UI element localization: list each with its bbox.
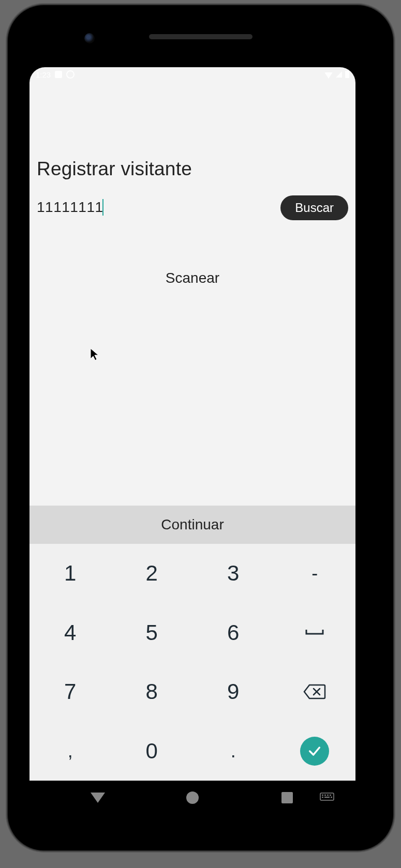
key-6[interactable]: 6 [192,603,274,663]
search-button[interactable]: Buscar [280,195,348,220]
phone-camera [84,33,95,43]
home-circle-icon [186,791,199,804]
numeric-keyboard: 1 2 3 - 4 5 6 7 8 9 , 0 . [29,544,355,781]
sync-icon [66,70,75,79]
key-0[interactable]: 0 [111,722,193,781]
app-content: Registrar visitante 11111111 Buscar Scan… [29,158,355,286]
key-4[interactable]: 4 [29,603,111,663]
key-dash[interactable]: - [274,544,356,603]
key-1[interactable]: 1 [29,544,111,603]
key-space[interactable] [274,603,356,663]
nav-home-button[interactable] [177,782,208,813]
space-icon [304,628,325,638]
svg-rect-6 [324,797,330,798]
scan-button[interactable]: Scanear [37,270,348,286]
key-7[interactable]: 7 [29,662,111,722]
key-2[interactable]: 2 [111,544,193,603]
check-icon [307,744,322,758]
status-right [324,71,349,78]
key-enter[interactable] [274,722,356,781]
svg-rect-3 [327,795,329,796]
backspace-icon [303,683,326,701]
status-time: 1:23 [36,70,51,79]
nav-ime-button[interactable] [311,782,343,813]
visitor-id-input[interactable]: 11111111 [37,199,192,217]
key-8[interactable]: 8 [111,662,193,722]
enter-circle [300,737,329,766]
back-triangle-icon [91,793,105,803]
svg-rect-1 [322,795,323,796]
svg-rect-7 [331,797,332,798]
key-5[interactable]: 5 [111,603,193,663]
android-navbar [29,781,355,815]
key-dot[interactable]: . [192,722,274,781]
phone-speaker [149,34,253,39]
svg-rect-2 [324,795,326,796]
status-bar: 1:23 [29,67,355,82]
visitor-id-value: 11111111 [37,199,103,215]
search-row: 11111111 Buscar [37,195,348,220]
svg-rect-5 [322,797,323,798]
signal-icon [336,71,342,78]
continue-button[interactable]: Continuar [29,506,355,544]
text-caret [102,199,103,216]
mouse-cursor-icon [90,347,100,361]
keyboard-icon [320,793,334,803]
nav-recents-button[interactable] [272,782,303,813]
status-left: 1:23 [36,70,75,79]
battery-icon [345,71,349,78]
wifi-icon [324,72,333,79]
notification-icon [55,71,62,78]
svg-rect-4 [330,795,331,796]
key-9[interactable]: 9 [192,662,274,722]
key-backspace[interactable] [274,662,356,722]
nav-back-button[interactable] [82,782,113,813]
key-comma[interactable]: , [29,722,111,781]
page-title: Registrar visitante [37,158,348,180]
recents-square-icon [281,792,293,803]
screen: 1:23 Registrar visitante 11111111 Buscar… [29,67,355,781]
key-3[interactable]: 3 [192,544,274,603]
